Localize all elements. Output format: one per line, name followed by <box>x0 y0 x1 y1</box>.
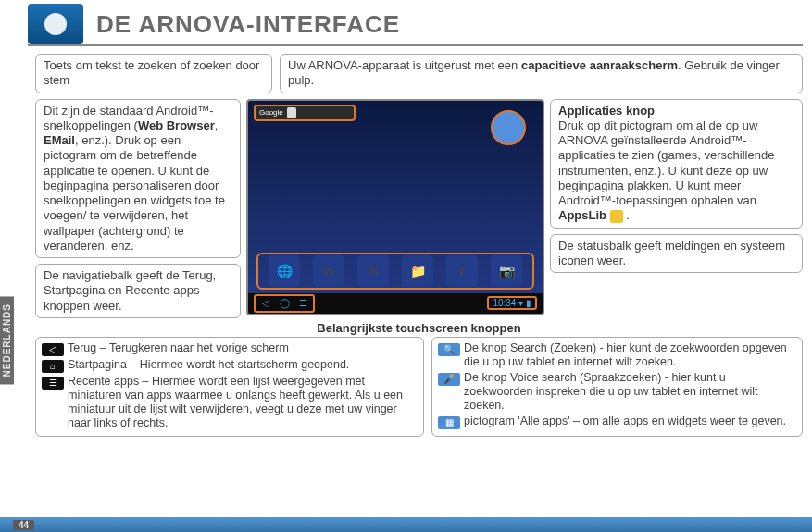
status-icons[interactable]: 10:34 ▾ ▮ <box>487 296 537 310</box>
app-camera[interactable]: 📷 <box>491 255 522 287</box>
search-button-icon: 🔍 <box>438 343 460 356</box>
page-header: DE ARNOVA-INTERFACE <box>28 0 803 46</box>
device-screenshot: Google 🌐 🛍 ✉ 📁 🎙 📷 ◁ ◯ ☰ <box>246 99 544 315</box>
app-dock: 🌐 🛍 ✉ 📁 🎙 📷 <box>256 253 534 290</box>
mic-icon[interactable] <box>287 107 296 118</box>
nav-buttons[interactable]: ◁ ◯ ☰ <box>254 294 315 313</box>
page-number: 44 <box>13 520 34 530</box>
back-icon[interactable]: ◁ <box>259 297 272 310</box>
sub-heading: Belangrijkste touchscreen knoppen <box>35 321 803 335</box>
voice-button-icon: 🎤 <box>438 373 460 386</box>
status-bar: ◁ ◯ ☰ 10:34 ▾ ▮ <box>248 293 543 314</box>
callout-apps-button: Applicaties knop Druk op dit pictogram o… <box>550 99 803 229</box>
callout-touchscreen: Uw ARNOVA-apparaat is uitgerust met een … <box>280 54 803 93</box>
recent-icon[interactable]: ☰ <box>296 297 309 310</box>
callout-shortcuts: Dit zijn de standaard Android™-snelkoppe… <box>35 99 241 259</box>
allapps-button-icon: ▦ <box>438 416 460 429</box>
callout-search-hint: Toets om tekst te zoeken of zoeken door … <box>35 54 272 93</box>
recent-button-icon: ☰ <box>42 377 64 390</box>
appslib-icon <box>610 210 623 223</box>
app-soundrec[interactable]: 🎙 <box>446 255 478 287</box>
search-bar[interactable]: Google <box>254 105 356 121</box>
clock: 10:34 <box>493 298 516 308</box>
page-title: DE ARNOVA-INTERFACE <box>96 10 400 39</box>
page-footer <box>0 517 812 532</box>
callout-statusbar: De statusbalk geeft meldingen en systeem… <box>550 234 803 274</box>
touch-icon <box>28 4 83 44</box>
home-button-icon: ⌂ <box>42 360 64 373</box>
language-tab: NEDERLANDS <box>0 296 14 384</box>
app-browser[interactable]: 🌐 <box>269 255 300 287</box>
google-label: Google <box>259 108 283 117</box>
buttons-list-right: 🔍De knop Search (Zoeken) - hier kunt de … <box>431 337 803 437</box>
home-icon[interactable]: ◯ <box>278 297 291 310</box>
callout-navbar: De navigatiebalk geeft de Terug, Startpa… <box>35 264 241 318</box>
app-files[interactable]: 📁 <box>402 255 433 287</box>
back-button-icon: ◁ <box>42 343 64 356</box>
buttons-list-left: ◁Terug – Terugkeren naar het vorige sche… <box>35 337 424 437</box>
app-appslib[interactable]: 🛍 <box>313 255 344 287</box>
app-email[interactable]: ✉ <box>357 255 389 287</box>
